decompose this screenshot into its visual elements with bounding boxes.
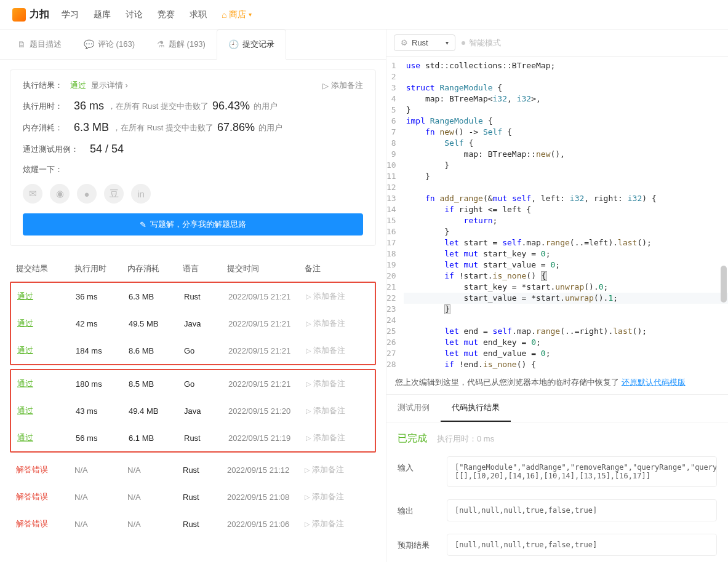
linkedin-icon[interactable]: in (131, 184, 151, 204)
submission-status[interactable]: 通过 (17, 319, 33, 328)
flag-icon: ▷ (306, 380, 311, 388)
submission-memory: N/A (127, 465, 183, 475)
table-row[interactable]: 通过42 ms49.5 MBJava2022/09/15 21:21▷添加备注 (11, 310, 375, 337)
douban-icon[interactable]: 豆 (104, 184, 124, 204)
weibo-icon[interactable]: ◉ (50, 184, 70, 204)
testcases-label: 通过测试用例： (23, 144, 79, 155)
restore-link[interactable]: 还原默认代码模版 (622, 378, 686, 387)
add-note-link[interactable]: ▷添加备注 (306, 432, 369, 443)
result-status: 通过 (70, 80, 86, 91)
submission-memory: 49.5 MB (129, 319, 184, 328)
add-note-link[interactable]: ▷添加备注 (305, 491, 370, 502)
submission-date: 2022/09/15 21:21 (228, 346, 306, 355)
memory-label: 内存消耗： (23, 122, 63, 133)
submission-status[interactable]: 通过 (17, 406, 33, 415)
flag-icon: ▷ (322, 81, 329, 90)
left-pane: 🗎题目描述 💬评论 (163) ⚗题解 (193) 🕘提交记录 执行结果： 通过… (0, 30, 386, 562)
table-row[interactable]: 解答错误N/AN/ARust2022/09/15 21:08▷添加备注 (10, 483, 376, 510)
submission-date: 2022/09/15 21:19 (228, 433, 306, 443)
submission-status[interactable]: 解答错误 (16, 519, 48, 528)
add-note-link[interactable]: ▷添加备注 (306, 318, 369, 329)
submission-status[interactable]: 通过 (17, 379, 33, 388)
submission-memory: 8.5 MB (129, 379, 184, 389)
gear-icon: ⚙ (401, 38, 408, 47)
nav-discuss[interactable]: 讨论 (126, 9, 143, 20)
tab-comments[interactable]: 💬评论 (163) (73, 30, 146, 59)
table-row[interactable]: 通过56 ms6.1 MBRust2022/09/15 21:19▷添加备注 (11, 424, 375, 451)
caret-down-icon: ▾ (446, 39, 449, 46)
submission-status[interactable]: 通过 (17, 433, 33, 442)
wechat-icon[interactable]: ✉ (23, 184, 42, 204)
submission-memory: 6.1 MB (129, 433, 184, 443)
nav-jobs[interactable]: 求职 (190, 9, 207, 20)
flag-icon: ▷ (306, 407, 311, 415)
tab-testcase[interactable]: 测试用例 (386, 395, 441, 422)
add-note-link[interactable]: ▷添加备注 (305, 518, 370, 529)
table-row[interactable]: 通过180 ms8.5 MBGo2022/09/15 21:21▷添加备注 (11, 370, 375, 397)
add-note-link[interactable]: ▷添加备注 (306, 405, 369, 416)
top-nav: 力扣 学习 题库 讨论 竞赛 求职 ⌂ 商店 ▾ (0, 0, 728, 30)
tab-description[interactable]: 🗎题目描述 (6, 30, 73, 59)
submission-memory: 8.6 MB (129, 346, 184, 355)
submission-status[interactable]: 解答错误 (16, 492, 48, 501)
submission-time: 42 ms (76, 319, 129, 328)
show-detail-link[interactable]: 显示详情 › (91, 80, 128, 91)
output-row: 输出 [null,null,null,true,false,true] (386, 493, 728, 528)
exec-runtime: 执行用时：0 ms (437, 433, 494, 445)
submission-time: 56 ms (76, 433, 129, 443)
submission-memory: 6.3 MB (129, 292, 184, 301)
flask-icon: ⚗ (157, 39, 165, 49)
expected-box[interactable]: [null,null,null,true,false,true] (447, 534, 717, 556)
add-note-link[interactable]: ▷添加备注 (306, 291, 369, 302)
add-note-link[interactable]: ▷添加备注 (306, 378, 369, 389)
qq-icon[interactable]: ● (77, 184, 97, 204)
input-box[interactable]: ["RangeModule","addRange","removeRange",… (447, 456, 717, 487)
submission-lang: Go (184, 346, 228, 355)
submission-table: 提交结果 执行用时 内存消耗 语言 提交时间 备注 通过36 ms6.3 MBR… (0, 256, 386, 547)
table-row[interactable]: 解答错误N/AN/ARust2022/09/15 21:12▷添加备注 (10, 456, 376, 483)
tab-submissions[interactable]: 🕘提交记录 (217, 30, 286, 60)
nav-contest[interactable]: 竞赛 (158, 9, 175, 20)
flag-icon: ▷ (305, 493, 310, 501)
submission-status[interactable]: 解答错误 (16, 465, 48, 474)
flag-icon: ▷ (305, 466, 310, 474)
submission-date: 2022/09/15 21:21 (228, 319, 306, 328)
right-pane: ⚙ Rust ▾ 智能模式 12345678910111213141516171… (386, 30, 728, 562)
nav-shop[interactable]: ⌂ 商店 ▾ (222, 9, 252, 20)
tab-solutions[interactable]: ⚗题解 (193) (146, 30, 217, 59)
scrollbar-vertical[interactable] (721, 266, 727, 303)
table-row[interactable]: 通过43 ms49.4 MBJava2022/09/15 21:20▷添加备注 (11, 397, 375, 424)
runtime-value: 36 ms (74, 100, 104, 113)
table-row[interactable]: 通过36 ms6.3 MBRust2022/09/15 21:21▷添加备注 (11, 283, 375, 310)
add-note-link[interactable]: ▷添加备注 (322, 80, 363, 91)
smart-mode-toggle[interactable]: 智能模式 (462, 38, 501, 49)
submission-status[interactable]: 通过 (17, 346, 33, 355)
nav-problems[interactable]: 题库 (94, 9, 111, 20)
table-row[interactable]: 通过184 ms8.6 MBGo2022/09/15 21:21▷添加备注 (11, 337, 375, 364)
shop-icon: ⌂ (222, 10, 226, 20)
share-label: 炫耀一下： (23, 164, 63, 175)
comment-icon: 💬 (84, 39, 94, 49)
table-row[interactable]: 解答错误N/AN/ARust2022/09/15 21:06▷添加备注 (10, 510, 376, 537)
logo-icon (12, 8, 26, 22)
add-note-link[interactable]: ▷添加备注 (306, 345, 369, 356)
editor-toolbar: ⚙ Rust ▾ 智能模式 (386, 30, 728, 57)
dot-icon (462, 41, 465, 45)
code-editor[interactable]: 1234567891011121314151617181920212223242… (386, 57, 728, 371)
code-lines[interactable]: use std::collections::BTreeMap; struct R… (404, 57, 728, 371)
memory-percentile: 67.86% (217, 121, 255, 134)
logo[interactable]: 力扣 (12, 8, 49, 22)
output-box[interactable]: [null,null,null,true,false,true] (447, 499, 717, 521)
bottom-tabs: 测试用例 代码执行结果 (386, 395, 728, 422)
add-note-link[interactable]: ▷添加备注 (305, 464, 370, 475)
problem-tabs: 🗎题目描述 💬评论 (163) ⚗题解 (193) 🕘提交记录 (0, 30, 386, 60)
language-select[interactable]: ⚙ Rust ▾ (394, 34, 455, 51)
tab-code-result[interactable]: 代码执行结果 (441, 395, 511, 422)
write-solution-button[interactable]: ✎写题解，分享我的解题思路 (23, 213, 363, 235)
submission-status[interactable]: 通过 (17, 291, 33, 301)
clock-icon: 🕘 (228, 39, 239, 49)
nav-learn[interactable]: 学习 (62, 9, 79, 20)
result-label: 执行结果： (23, 80, 63, 91)
submission-date: 2022/09/15 21:08 (227, 493, 305, 502)
brand-name: 力扣 (30, 8, 49, 21)
